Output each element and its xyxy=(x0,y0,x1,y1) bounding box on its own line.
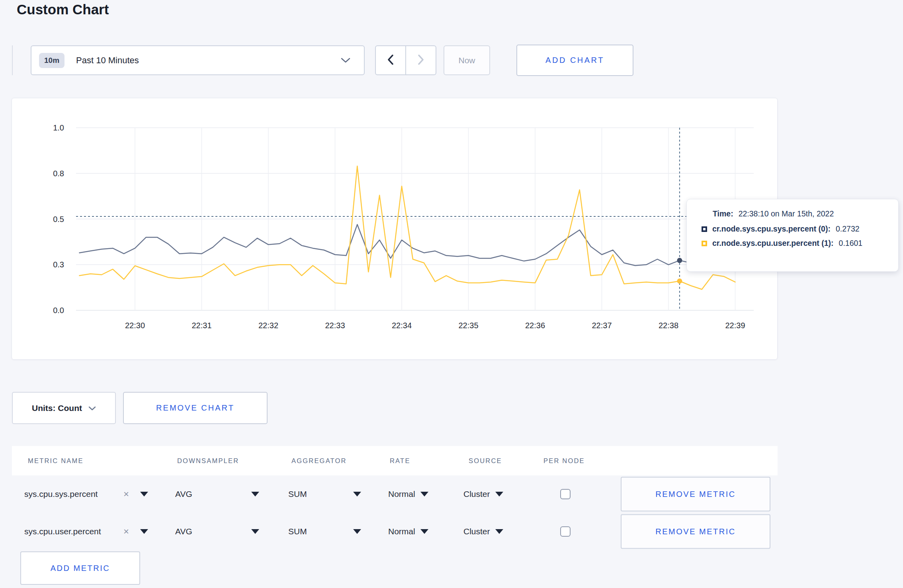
svg-text:22:36: 22:36 xyxy=(525,321,545,330)
source-select[interactable]: Cluster xyxy=(463,489,503,499)
svg-text:0.3: 0.3 xyxy=(53,260,64,269)
svg-text:1.0: 1.0 xyxy=(53,123,64,132)
aggregator-select[interactable]: SUM xyxy=(288,489,307,499)
header-downsampler: DOWNSAMPLER xyxy=(177,457,239,465)
header-per-node: PER NODE xyxy=(543,457,585,465)
time-nav-group xyxy=(375,45,436,75)
source-caret-icon xyxy=(495,529,503,534)
remove-chart-button[interactable]: REMOVE CHART xyxy=(123,392,268,424)
time-range-dropdown[interactable]: 10m Past 10 Minutes xyxy=(31,45,365,75)
aggregator-caret-icon[interactable] xyxy=(353,492,361,496)
svg-text:22:31: 22:31 xyxy=(192,321,211,330)
metric-name: sys.cpu.sys.percent xyxy=(24,489,98,499)
svg-text:22:37: 22:37 xyxy=(592,321,612,330)
cpu-percent-line-chart[interactable]: 0.00.30.50.81.022:3022:3122:3222:3322:34… xyxy=(12,98,777,361)
svg-text:22:33: 22:33 xyxy=(325,321,345,330)
tooltip-time-value: 22:38:10 on Mar 15th, 2022 xyxy=(739,209,834,218)
prev-time-button[interactable] xyxy=(376,46,406,74)
tooltip-series-row: cr.node.sys.cpu.user.percent (1): 0.1601 xyxy=(702,239,898,248)
tooltip-series-name: cr.node.sys.cpu.sys.percent (0): xyxy=(712,224,831,234)
page-title: Custom Chart xyxy=(17,2,109,18)
downsampler-caret-icon[interactable] xyxy=(251,529,259,534)
rate-caret-icon xyxy=(420,492,428,496)
header-source: SOURCE xyxy=(469,457,502,465)
header-metric-name: METRIC NAME xyxy=(28,457,84,465)
svg-text:22:34: 22:34 xyxy=(392,321,412,330)
svg-text:22:39: 22:39 xyxy=(725,321,745,330)
time-range-badge: 10m xyxy=(39,53,64,68)
chevron-right-icon xyxy=(418,55,424,66)
per-node-checkbox[interactable] xyxy=(560,526,571,537)
clear-metric-x-icon[interactable]: × xyxy=(123,489,129,500)
source-value: Cluster xyxy=(463,489,490,499)
rate-select[interactable]: Normal xyxy=(388,527,428,536)
tooltip-series-name: cr.node.sys.cpu.user.percent (1): xyxy=(712,239,834,248)
add-chart-button[interactable]: ADD CHART xyxy=(516,45,633,76)
downsampler-caret-icon[interactable] xyxy=(251,492,259,496)
tooltip-series-value: 0.1601 xyxy=(839,239,863,248)
rate-value: Normal xyxy=(388,489,415,499)
downsampler-select[interactable]: AVG xyxy=(175,489,192,499)
custom-chart-page: Custom Chart 10m Past 10 Minutes Now ADD… xyxy=(0,0,903,588)
header-aggregator: AGGREGATOR xyxy=(291,457,347,465)
source-caret-icon xyxy=(495,492,503,496)
chevron-left-icon xyxy=(387,55,394,66)
svg-text:0.5: 0.5 xyxy=(53,215,64,224)
now-button[interactable]: Now xyxy=(444,45,490,75)
metric-row: sys.cpu.user.percent × AVG SUM Normal Cl… xyxy=(12,513,778,550)
units-dropdown[interactable]: Units: Count xyxy=(12,392,116,424)
rate-select[interactable]: Normal xyxy=(388,489,428,499)
units-label: Units: Count xyxy=(32,403,82,413)
svg-text:0.8: 0.8 xyxy=(53,169,64,178)
series-user-swatch-icon xyxy=(702,241,707,246)
chart-tooltip: Time: 22:38:10 on Mar 15th, 2022 cr.node… xyxy=(686,199,899,272)
svg-text:22:35: 22:35 xyxy=(458,321,478,330)
rate-caret-icon xyxy=(420,529,428,534)
svg-text:0.0: 0.0 xyxy=(53,306,64,315)
toolbar-divider xyxy=(12,45,13,75)
svg-text:22:32: 22:32 xyxy=(258,321,278,330)
aggregator-caret-icon[interactable] xyxy=(353,529,361,534)
per-node-checkbox[interactable] xyxy=(560,489,571,499)
metric-name-caret-icon[interactable] xyxy=(140,492,148,496)
tooltip-series-value: 0.2732 xyxy=(836,224,860,234)
series-sys-swatch-icon xyxy=(702,226,707,232)
chart-card: 0.00.30.50.81.022:3022:3122:3222:3322:34… xyxy=(12,98,778,360)
remove-metric-button[interactable]: REMOVE METRIC xyxy=(621,514,770,549)
add-metric-button[interactable]: ADD METRIC xyxy=(20,551,140,585)
source-value: Cluster xyxy=(463,527,490,536)
tooltip-series-row: cr.node.sys.cpu.sys.percent (0): 0.2732 xyxy=(702,224,898,234)
source-select[interactable]: Cluster xyxy=(463,527,503,536)
aggregator-select[interactable]: SUM xyxy=(288,527,307,536)
downsampler-select[interactable]: AVG xyxy=(175,527,192,536)
metric-name-caret-icon[interactable] xyxy=(140,529,148,534)
chevron-down-icon xyxy=(341,58,350,63)
tooltip-time-row: Time: 22:38:10 on Mar 15th, 2022 xyxy=(713,209,898,218)
metric-name: sys.cpu.user.percent xyxy=(24,527,101,536)
time-range-label: Past 10 Minutes xyxy=(76,55,139,66)
svg-text:22:38: 22:38 xyxy=(659,321,678,330)
tooltip-time-label: Time: xyxy=(713,209,733,218)
clear-metric-x-icon[interactable]: × xyxy=(123,526,129,537)
metric-row: sys.cpu.sys.percent × AVG SUM Normal Clu… xyxy=(12,475,778,513)
next-time-button[interactable] xyxy=(406,46,436,74)
chevron-down-icon xyxy=(88,403,96,413)
svg-text:22:30: 22:30 xyxy=(125,321,145,330)
metrics-table-header: METRIC NAME DOWNSAMPLER AGGREGATOR RATE … xyxy=(12,446,778,475)
header-rate: RATE xyxy=(390,457,410,465)
remove-metric-button[interactable]: REMOVE METRIC xyxy=(621,477,770,512)
rate-value: Normal xyxy=(388,527,415,536)
